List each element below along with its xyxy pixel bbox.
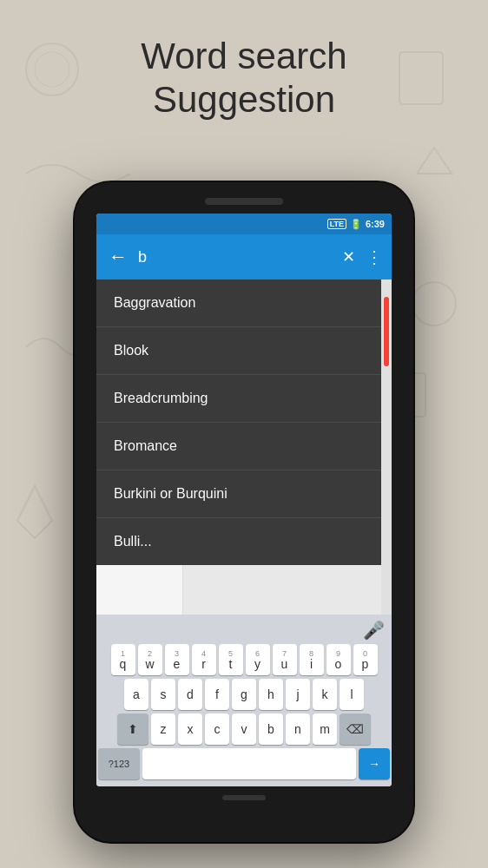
scrollbar-thumb[interactable] [384,297,389,366]
key-h[interactable]: h [259,679,283,710]
mic-row: 🎤 [98,618,390,642]
back-button[interactable]: ← [105,246,131,268]
keyboard: 🎤 1q 2w 3e 4r 5t 6y 7u 8i 9o 0p a s d f [96,615,392,786]
key-v[interactable]: v [232,713,256,745]
search-input[interactable] [138,248,335,266]
title-line1: Word search [141,36,346,76]
time-display: 6:39 [366,219,385,229]
shift-key[interactable]: ⬆ [117,713,148,745]
key-d[interactable]: d [178,679,202,710]
svg-point-3 [412,282,456,326]
key-t[interactable]: 5t [219,644,243,675]
key-i[interactable]: 8i [300,644,324,675]
network-indicator: LTE [327,219,346,229]
key-p[interactable]: 0p [353,644,378,675]
key-s[interactable]: s [151,679,175,710]
key-y[interactable]: 6y [246,644,270,675]
speaker-grill [205,198,283,205]
key-z[interactable]: z [151,713,175,745]
home-button[interactable] [222,795,266,800]
key-o[interactable]: 9o [326,644,351,675]
key-b[interactable]: b [259,713,283,745]
key-x[interactable]: x [178,713,202,745]
enter-key[interactable]: → [359,748,390,779]
status-icons: LTE 🔋 6:39 [327,219,385,230]
key-m[interactable]: m [313,713,337,745]
keyboard-row-2: a s d f g h j k l [98,679,390,710]
key-e[interactable]: 3e [165,644,189,675]
key-l[interactable]: l [340,679,364,710]
suggestion-dropdown: Baggravation Blook Breadcrumbing Bromanc… [96,279,381,565]
microphone-icon[interactable]: 🎤 [363,620,385,641]
suggestion-item-0[interactable]: Baggravation [96,279,381,327]
symbols-key[interactable]: ?123 [98,748,140,779]
key-q[interactable]: 1q [111,644,135,675]
keyboard-row-3: ⬆ z x c v b n m ⌫ [98,713,390,745]
main-content: Affl... Agn... Alc... App... App... Bagg… [96,279,392,615]
key-k[interactable]: k [313,679,337,710]
keyboard-row-4: ?123 → [98,748,390,779]
space-key[interactable] [142,748,356,779]
key-w[interactable]: 2w [138,644,162,675]
search-bar: ← ✕ ⋮ [96,234,392,279]
status-bar: LTE 🔋 6:39 [96,214,392,234]
phone-screen: LTE 🔋 6:39 ← ✕ ⋮ Affl... Agn... Alc... A… [96,214,392,786]
suggestion-item-3[interactable]: Bromance [96,423,381,470]
scrollbar[interactable] [381,279,392,615]
key-n[interactable]: n [286,713,310,745]
keyboard-row-1: 1q 2w 3e 4r 5t 6y 7u 8i 9o 0p [98,644,390,675]
title-area: Word search Suggestion [0,35,488,122]
backspace-key[interactable]: ⌫ [340,713,371,745]
key-u[interactable]: 7u [273,644,297,675]
suggestion-item-5[interactable]: Bulli... [96,518,381,565]
suggestion-item-2[interactable]: Breadcrumbing [96,375,381,423]
key-a[interactable]: a [124,679,148,710]
page-title: Word search Suggestion [0,35,488,122]
key-c[interactable]: c [205,713,229,745]
key-g[interactable]: g [232,679,256,710]
key-r[interactable]: 4r [192,644,216,675]
search-input-area[interactable] [138,248,335,266]
suggestion-item-1[interactable]: Blook [96,327,381,375]
phone-frame: LTE 🔋 6:39 ← ✕ ⋮ Affl... Agn... Alc... A… [75,182,413,842]
key-f[interactable]: f [205,679,229,710]
title-line2: Suggestion [153,79,335,120]
key-j[interactable]: j [286,679,310,710]
more-options-button[interactable]: ⋮ [366,247,383,267]
suggestion-item-4[interactable]: Burkini or Burquini [96,470,381,518]
battery-icon: 🔋 [350,219,362,230]
clear-button[interactable]: ✕ [342,247,355,266]
